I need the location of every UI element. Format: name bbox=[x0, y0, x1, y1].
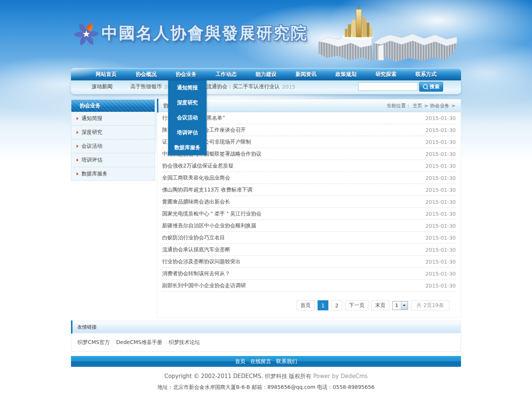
breadcrumb-label: 当前位置： bbox=[386, 102, 411, 109]
sidebar-item-database[interactable]: 数据库服务 bbox=[71, 167, 155, 181]
article-row: 国家光电缆质检中心＂牵手＂吴江行业协会 2015-01-30 bbox=[162, 208, 456, 220]
article-link[interactable]: 消费者协会转制该何去何从？ bbox=[162, 270, 230, 277]
footer-nav-message[interactable]: 在线留言 bbox=[250, 358, 271, 365]
footer-nav-bar: 首页 在线留言 联系我们 bbox=[71, 356, 461, 367]
article-date: 2015-01-30 bbox=[426, 247, 456, 253]
nav-item-home[interactable]: 网站首页 bbox=[96, 71, 117, 78]
breadcrumb-home-link[interactable]: 主页 bbox=[412, 102, 422, 109]
sidebar-item-meeting[interactable]: 会议活动 bbox=[71, 139, 155, 153]
search-icon bbox=[423, 84, 428, 89]
news-search-bar: 滚动新闻 高于熊猫银币 20 流通协会：买二手车认准行业认 2015 搜索 bbox=[71, 80, 461, 94]
ticker-item[interactable]: 流通协会：买二手车认准行业认 bbox=[207, 83, 280, 90]
nav-item-policy[interactable]: 政策规划 bbox=[335, 71, 356, 78]
china-map-graphic bbox=[316, 1, 461, 63]
address-line: 地址：北京市新会金水岸国商大厦B-6-B 邮箱：8985656@qq.com 电… bbox=[0, 384, 532, 391]
copyright-line: Copyright © 2002-2011 DEDECMS. 织梦科技 版权所有… bbox=[0, 373, 532, 380]
arrow-right-icon bbox=[77, 131, 78, 134]
nav-item-business[interactable]: 协会业务 bbox=[176, 71, 197, 78]
article-date: 2015-01-30 bbox=[426, 175, 456, 181]
pagination-first-button[interactable]: 首页 bbox=[297, 300, 315, 310]
page-select[interactable]: 1 bbox=[392, 301, 408, 310]
article-date: 2015-01-30 bbox=[426, 259, 456, 265]
dropdown-item-research[interactable]: 深度研究 bbox=[168, 95, 207, 110]
sidebar-item-training[interactable]: 培训评估 bbox=[71, 153, 155, 167]
search-button-label: 搜索 bbox=[430, 83, 439, 90]
breadcrumb: 当前位置： 主页 > 协会业务 > bbox=[386, 102, 455, 109]
arrow-right-icon bbox=[77, 117, 78, 120]
pagination-page-1[interactable]: 1 bbox=[318, 300, 328, 310]
friend-link[interactable]: DedeCMS维基手册 bbox=[116, 339, 163, 346]
article-link[interactable]: 佛山陶协四年超支113万 收费标准下调 bbox=[162, 187, 252, 193]
article-row: 新疆维吾尔自治区中小企业协会顺利换届 2015-01-30 bbox=[162, 220, 456, 232]
article-link[interactable]: 全国工商联美容化妆品业商会 bbox=[162, 175, 230, 181]
friend-link[interactable]: 织梦CMS官方 bbox=[77, 339, 110, 346]
sidebar-title: 协会业务 bbox=[71, 99, 155, 112]
dropdown-item-meeting[interactable]: 会议活动 bbox=[168, 110, 207, 125]
article-link[interactable]: 新疆维吾尔自治区中小企业协会顺利换届 bbox=[162, 222, 256, 229]
chevron-down-icon bbox=[403, 305, 406, 306]
nav-item-work[interactable]: 工作动态 bbox=[216, 71, 236, 78]
friend-links-list: 织梦CMS官方 DedeCMS维基手册 织梦技术论坛 bbox=[71, 333, 461, 351]
nav-dropdown-menu: 通知简报 深度研究 会议活动 培训评估 数据库服务 bbox=[168, 80, 207, 155]
ticker-item[interactable]: 高于熊猫银币 bbox=[130, 83, 162, 90]
article-date: 2015-01-30 bbox=[426, 211, 456, 217]
article-link[interactable]: 流通协会承认摸底汽车业垄断 bbox=[162, 246, 230, 253]
search-area: 搜索 bbox=[358, 82, 443, 92]
article-link[interactable]: 行业协会涉及垄断协议问题较突出 bbox=[162, 258, 241, 265]
scrolling-news-label: 滚动新闻 bbox=[92, 83, 112, 90]
article-row: 消费者协会转制该何去何从？ 2015-01-30 bbox=[162, 268, 456, 280]
article-date: 2015-01-30 bbox=[426, 127, 456, 133]
powered-by-text: Power by DedeCms bbox=[313, 373, 368, 380]
main-nav: 网站首页 协会概况 协会业务 工作动态 能力建设 新闻资讯 政策规划 研究探索 … bbox=[71, 68, 461, 80]
friend-links-title: 友情链接 bbox=[71, 321, 461, 333]
article-row: 行业协会涉及垄断协议问题较突出 2015-01-30 bbox=[162, 256, 456, 268]
dropdown-item-database[interactable]: 数据库服务 bbox=[168, 140, 207, 155]
article-date: 2015-01-30 bbox=[426, 223, 456, 229]
dropdown-item-training[interactable]: 培训评估 bbox=[168, 125, 207, 140]
nav-item-research[interactable]: 研究探索 bbox=[375, 71, 396, 78]
page-select-value: 1 bbox=[393, 301, 401, 310]
footer-nav-home[interactable]: 首页 bbox=[235, 358, 245, 365]
arrow-right-icon bbox=[77, 159, 78, 162]
article-date: 2015-01-30 bbox=[426, 151, 456, 157]
search-button[interactable]: 搜索 bbox=[419, 82, 443, 92]
nav-item-about[interactable]: 协会概况 bbox=[136, 71, 157, 78]
breadcrumb-section-link[interactable]: 协会业务 bbox=[430, 102, 449, 109]
article-date: 2015-01-30 bbox=[426, 115, 456, 121]
friend-link[interactable]: 织梦技术论坛 bbox=[168, 339, 200, 346]
news-ticker: 高于熊猫银币 20 流通协会：买二手车认准行业认 2015 bbox=[130, 83, 295, 90]
site-title: 中國名人协會與發展研究院 bbox=[102, 22, 308, 44]
pagination-last-button[interactable]: 末页 bbox=[371, 300, 389, 310]
article-link[interactable]: 黄圃食品腊味商会选出新会长 bbox=[162, 199, 230, 205]
article-link[interactable]: 副部长到中国中小企业协会走访调研 bbox=[162, 282, 246, 289]
sidebar-item-label: 培训评估 bbox=[81, 157, 102, 163]
article-date: 2015-01-30 bbox=[426, 199, 456, 205]
search-input[interactable] bbox=[358, 82, 418, 91]
article-row: 黄圃食品腊味商会选出新会长 2015-01-30 bbox=[162, 196, 456, 208]
dropdown-item-notice[interactable]: 通知简报 bbox=[168, 80, 207, 95]
gold-buildings-graphic bbox=[342, 5, 373, 40]
breadcrumb-separator: > bbox=[424, 103, 428, 108]
article-row: 白蚁防治行业协会巧立名目 2015-01-30 bbox=[162, 232, 456, 244]
nav-item-news[interactable]: 新闻资讯 bbox=[296, 71, 316, 78]
sidebar-item-label: 深度研究 bbox=[81, 129, 102, 136]
article-link[interactable]: 协会强收2万诚信保证金惹质疑 bbox=[162, 163, 233, 169]
arrow-right-icon bbox=[77, 145, 78, 148]
ticker-date: 2015 bbox=[282, 84, 296, 90]
breadcrumb-separator: > bbox=[451, 103, 455, 108]
pagination-page-2[interactable]: 2 bbox=[331, 300, 342, 310]
article-row: 全国工商联美容化妆品业商会 2015-01-30 bbox=[162, 172, 456, 184]
nav-item-contact[interactable]: 联系方式 bbox=[415, 71, 436, 78]
article-link[interactable]: 国家光电缆质检中心＂牵手＂吴江行业协会 bbox=[162, 211, 262, 217]
pagination-summary: 共 2页19条 bbox=[411, 300, 449, 310]
nav-item-capability[interactable]: 能力建设 bbox=[256, 71, 276, 78]
article-date: 2015-01-30 bbox=[426, 139, 456, 145]
page-select-button[interactable] bbox=[401, 301, 408, 310]
article-row: 佛山陶协四年超支113万 收费标准下调 2015-01-30 bbox=[162, 184, 456, 196]
sidebar-item-notice[interactable]: 通知简报 bbox=[71, 112, 155, 126]
article-date: 2015-01-30 bbox=[426, 271, 456, 277]
sidebar-item-research[interactable]: 深度研究 bbox=[71, 126, 155, 139]
article-link[interactable]: 白蚁防治行业协会巧立名目 bbox=[162, 234, 225, 241]
pagination-next-button[interactable]: 下一页 bbox=[345, 300, 368, 310]
footer-nav-contact[interactable]: 联系我们 bbox=[276, 358, 297, 365]
